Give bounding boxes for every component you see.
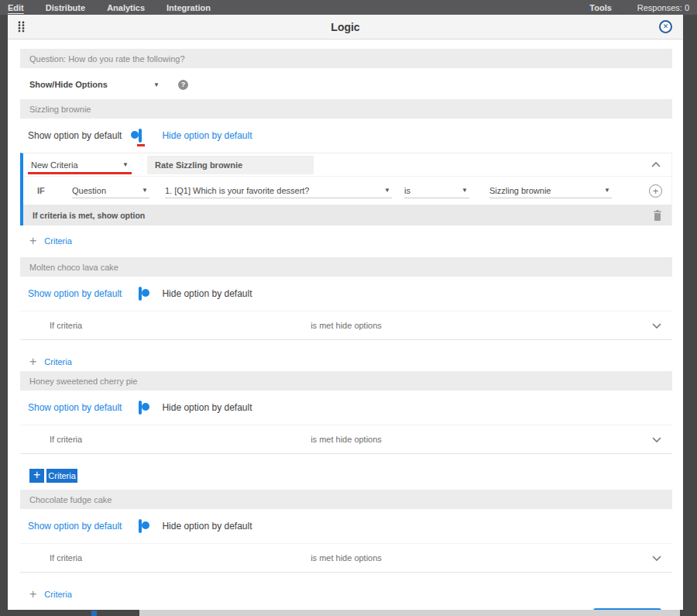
show-hide-toggle[interactable]: [139, 519, 142, 533]
show-hide-toggle[interactable]: [139, 401, 142, 415]
background-page-accent: [91, 611, 97, 616]
add-criteria-button[interactable]: + Criteria: [29, 356, 672, 368]
option-header-molten-choco: Molten choco lava cake: [20, 257, 672, 277]
hide-option-label[interactable]: Hide option by default: [162, 521, 252, 532]
toggle-knob: [131, 131, 139, 139]
chevron-down-icon[interactable]: [652, 437, 661, 442]
show-hide-toggle[interactable]: [139, 287, 142, 301]
chevron-up-icon[interactable]: [651, 162, 661, 167]
toggle-knob: [142, 521, 149, 529]
plus-icon: +: [29, 469, 44, 483]
modal-header: Logic ✕: [8, 15, 683, 40]
collapsed-criteria-row: is met hide options If criteria: [20, 311, 672, 340]
modal-footer: Reset Logic Save Logic: [20, 601, 672, 610]
background-page-strip: [139, 610, 680, 616]
show-option-link[interactable]: Show option by default: [28, 521, 122, 532]
hide-option-link[interactable]: Hide option by default: [162, 130, 252, 141]
condition-answer-dropdown[interactable]: Sizzling brownie ▼: [489, 183, 612, 198]
tools-menu[interactable]: Tools▼: [589, 3, 620, 12]
toggle-row-sizzling-brownie: Show option by default Hide option by de…: [28, 125, 672, 146]
chevron-down-icon: ▼: [604, 187, 612, 194]
help-icon[interactable]: ?: [178, 80, 188, 90]
red-annotation-underline: [137, 144, 145, 146]
chevron-down-icon: ▼: [462, 187, 469, 194]
criteria-condition-row: IF Question ▼ 1. [Q1] Which is your favo…: [23, 177, 671, 205]
add-criteria-button[interactable]: + Criteria: [29, 235, 672, 247]
modal-title: Logic: [8, 21, 683, 33]
criteria-block: New Criteria ▼ IF Question ▼ 1. [Q1] Whi…: [20, 153, 672, 225]
chevron-down-icon[interactable]: [652, 556, 661, 561]
plus-icon: +: [29, 589, 36, 600]
condition-operator-dropdown[interactable]: is ▼: [404, 183, 469, 198]
criteria-summary: is met hide options: [20, 321, 672, 330]
chevron-down-icon: ▼: [153, 81, 160, 88]
hide-option-label[interactable]: Hide option by default: [162, 288, 252, 299]
show-option-link[interactable]: Show option by default: [28, 288, 122, 299]
chevron-down-icon: ▼: [384, 187, 392, 194]
show-hide-toggle[interactable]: [139, 129, 142, 143]
toggle-row-molten-choco: Show option by default Hide option by de…: [28, 283, 672, 305]
toggle-row-fudge-cake: Show option by default Hide option by de…: [28, 515, 672, 537]
criteria-summary: is met hide options: [20, 435, 672, 444]
responses-count[interactable]: Responses: 0: [637, 3, 689, 12]
toggle-knob: [142, 289, 149, 297]
close-icon[interactable]: ✕: [659, 20, 672, 33]
red-annotation-underline: [28, 172, 132, 174]
option-header-cherry-pie: Honey sweetened cherry pie: [20, 371, 672, 391]
nav-tab-edit[interactable]: Edit: [8, 3, 24, 12]
if-keyword: IF: [37, 186, 53, 195]
option-header-fudge-cake: Chocolate fudge cake: [20, 490, 672, 509]
top-nav: Edit Distribute Analytics Integration: [8, 3, 211, 12]
plus-icon: +: [29, 356, 36, 367]
criteria-summary: is met hide options: [20, 553, 672, 563]
show-option-link[interactable]: Show option by default: [28, 402, 122, 413]
drag-handle-icon[interactable]: [17, 21, 26, 33]
option-header-sizzling-brownie: Sizzling brownie: [20, 99, 672, 119]
plus-icon: +: [29, 236, 36, 246]
top-navigation-bar: Edit Distribute Analytics Integration To…: [0, 0, 697, 15]
condition-question-dropdown[interactable]: 1. [Q1] Which is your favorite dessert? …: [165, 183, 392, 198]
criteria-description-input[interactable]: [147, 156, 314, 174]
nav-tab-distribute[interactable]: Distribute: [46, 3, 85, 12]
logic-type-dropdown[interactable]: Show/Hide Options ▼: [29, 80, 160, 89]
logic-modal: Logic ✕ Question: How do you rate the fo…: [8, 15, 683, 610]
chevron-down-icon: ▼: [142, 187, 149, 194]
criteria-type-dropdown[interactable]: New Criteria ▼: [31, 157, 130, 173]
nav-tab-integration[interactable]: Integration: [167, 3, 211, 12]
add-criteria-button-highlighted[interactable]: + Criteria: [29, 470, 672, 482]
nav-tab-analytics[interactable]: Analytics: [107, 3, 145, 12]
condition-field-dropdown[interactable]: Question ▼: [72, 183, 149, 198]
chevron-down-icon[interactable]: [652, 323, 661, 329]
add-condition-icon[interactable]: +: [649, 184, 662, 198]
collapsed-criteria-row: is met hide options If criteria: [20, 543, 672, 573]
add-criteria-button[interactable]: + Criteria: [29, 588, 672, 601]
toggle-row-cherry-pie: Show option by default Hide option by de…: [28, 397, 672, 418]
show-option-label[interactable]: Show option by default: [28, 130, 122, 141]
criteria-result-bar: If criteria is met, show option: [23, 205, 671, 225]
chevron-down-icon: ▼: [122, 161, 130, 168]
chevron-down-icon: ▼: [614, 5, 620, 12]
hide-option-label[interactable]: Hide option by default: [162, 402, 252, 413]
toggle-knob: [142, 403, 149, 411]
collapsed-criteria-row: is met hide options If criteria: [20, 425, 672, 454]
delete-criteria-icon[interactable]: [653, 210, 662, 221]
question-label-bar: Question: How do you rate the following?: [20, 49, 672, 68]
modal-content: Question: How do you rate the following?…: [8, 40, 683, 610]
